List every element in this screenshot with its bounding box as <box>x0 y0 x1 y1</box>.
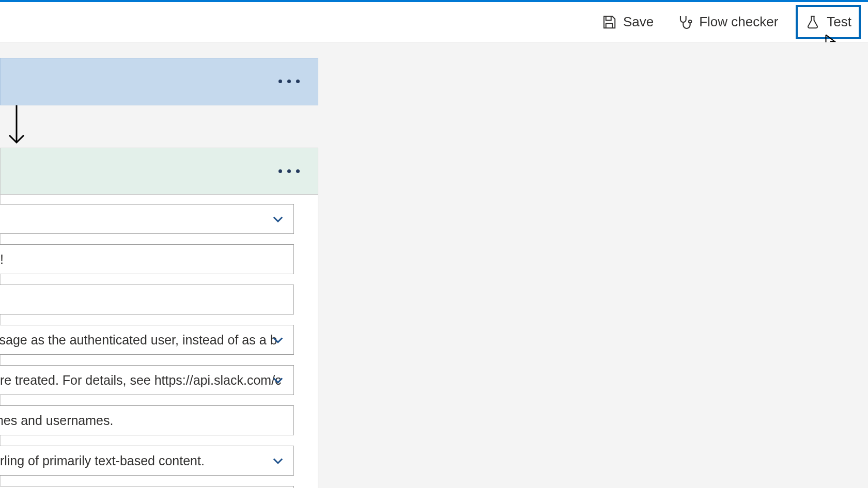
action-card[interactable]: e! ssage as the authenticated user, inst… <box>0 148 318 488</box>
chevron-down-icon <box>270 211 286 227</box>
flow-checker-button[interactable]: Flow checker <box>671 7 783 37</box>
dot-icon <box>287 169 291 173</box>
action-fields: e! ssage as the authenticated user, inst… <box>1 195 318 488</box>
message-text-input[interactable]: e! <box>0 244 294 274</box>
dot-icon <box>296 80 300 83</box>
test-label: Test <box>827 14 851 30</box>
dot-icon <box>278 80 282 83</box>
top-toolbar: Save Flow checker Test <box>0 2 868 42</box>
flask-icon <box>805 14 820 30</box>
field-text: mes and usernames. <box>0 413 113 428</box>
trigger-more-button[interactable] <box>272 70 305 92</box>
unfurl-media-select[interactable]: urling of media content. <box>0 486 294 488</box>
dot-icon <box>287 80 291 83</box>
trigger-card[interactable] <box>0 58 318 105</box>
flow-checker-label: Flow checker <box>699 14 778 30</box>
dot-icon <box>278 169 282 173</box>
chevron-down-icon <box>270 372 286 388</box>
chevron-down-icon <box>270 332 286 348</box>
flow-arrow-icon <box>6 105 27 148</box>
save-button[interactable]: Save <box>596 7 659 37</box>
field-text: urling of primarily text-based content. <box>0 453 205 468</box>
flow-canvas: e! ssage as the authenticated user, inst… <box>0 42 868 488</box>
action-card-header[interactable] <box>1 148 318 195</box>
field-text: ssage as the authenticated user, instead… <box>0 333 277 348</box>
save-icon <box>601 14 617 30</box>
stethoscope-icon <box>676 14 693 30</box>
bot-name-input[interactable] <box>0 285 294 314</box>
chevron-down-icon <box>270 452 286 469</box>
dot-icon <box>296 169 300 173</box>
channel-select[interactable] <box>0 204 294 234</box>
post-as-user-select[interactable]: ssage as the authenticated user, instead… <box>0 325 294 355</box>
unfurl-links-select[interactable]: urling of primarily text-based content. <box>0 446 294 476</box>
parse-mode-select[interactable]: are treated. For details, see https://ap… <box>0 365 294 395</box>
save-label: Save <box>623 14 654 30</box>
action-more-button[interactable] <box>272 160 305 182</box>
link-names-input[interactable]: mes and usernames. <box>0 405 294 435</box>
test-button[interactable]: Test <box>796 5 861 39</box>
field-text: e! <box>0 252 4 267</box>
field-text: are treated. For details, see https://ap… <box>0 373 282 388</box>
